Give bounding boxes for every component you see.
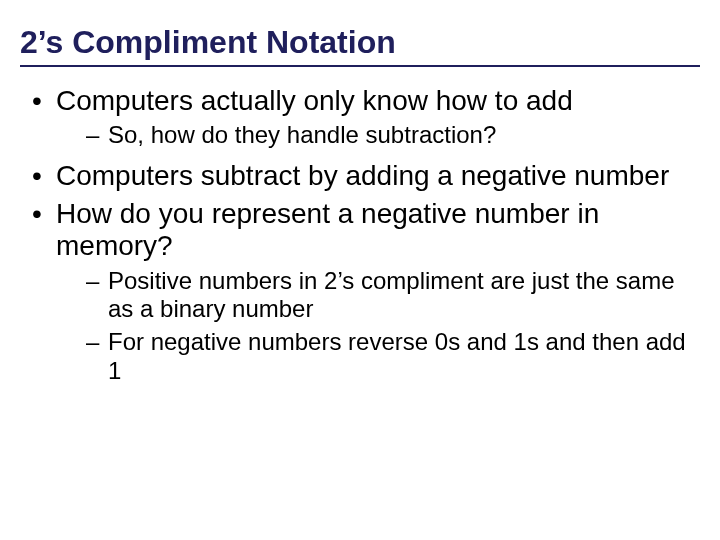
bullet-item: Computers actually only know how to add … bbox=[28, 85, 690, 150]
sub-bullet-item: For negative numbers reverse 0s and 1s a… bbox=[86, 328, 690, 386]
sub-bullet-text: Positive numbers in 2’s compliment are j… bbox=[108, 267, 674, 323]
bullet-list: Computers actually only know how to add … bbox=[20, 85, 700, 386]
slide: 2’s Compliment Notation Computers actual… bbox=[0, 0, 720, 540]
bullet-item: Computers subtract by adding a negative … bbox=[28, 160, 690, 192]
sub-bullet-text: So, how do they handle subtraction? bbox=[108, 121, 496, 148]
sub-bullet-text: For negative numbers reverse 0s and 1s a… bbox=[108, 328, 686, 384]
sub-bullet-list: So, how do they handle subtraction? bbox=[56, 121, 690, 150]
bullet-text: Computers actually only know how to add bbox=[56, 85, 573, 116]
bullet-text: How do you represent a negative number i… bbox=[56, 198, 599, 261]
sub-bullet-item: So, how do they handle subtraction? bbox=[86, 121, 690, 150]
sub-bullet-list: Positive numbers in 2’s compliment are j… bbox=[56, 267, 690, 386]
slide-title: 2’s Compliment Notation bbox=[20, 24, 700, 67]
bullet-item: How do you represent a negative number i… bbox=[28, 198, 690, 386]
sub-bullet-item: Positive numbers in 2’s compliment are j… bbox=[86, 267, 690, 325]
bullet-text: Computers subtract by adding a negative … bbox=[56, 160, 669, 191]
